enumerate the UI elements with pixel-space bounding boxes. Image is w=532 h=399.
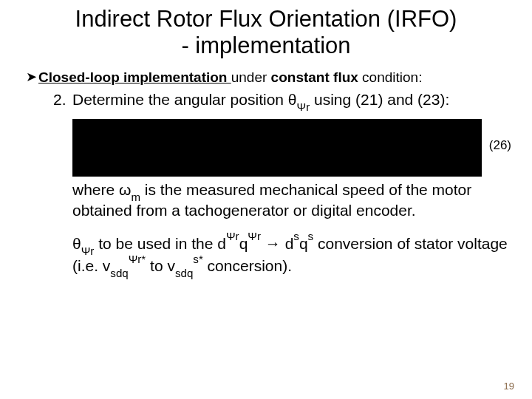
equation-label: (26) [489,138,511,153]
psi-r-sub-2: Ψr [81,245,95,257]
bullet-part3: constant flux [271,69,358,85]
s-sup-2: s [308,230,314,242]
usage-paragraph: θΨr to be used in the dΨrqΨr → dsqs conv… [72,233,511,278]
slide-title: Indirect Rotor Flux Orientation (IRFO) -… [21,6,511,58]
omega-symbol: ω [119,181,131,198]
title-line-1: Indirect Rotor Flux Orientation (IRFO) [75,6,457,32]
q-letter-2: q [299,235,308,252]
where-text1: where [72,181,119,198]
theta-symbol: θ [288,91,297,108]
bullet-icon: ➤ [24,69,38,86]
bullet-part4: condition: [358,69,423,85]
arrow-symbol: → [261,235,285,252]
bullet-part2: under [231,69,271,85]
v1-sup: Ψr* [129,253,146,265]
title-line-2: - implementation [181,33,350,58]
usage-text1: to be used in the d [94,235,226,252]
equation-row: (26) [21,115,511,177]
bullet-text: Closed-loop implementation under constan… [38,69,511,86]
where-paragraph: where ωm is the measured mechanical spee… [72,181,511,219]
psi-r-subscript: Ψr [297,100,310,113]
step-text2: using (21) and (23): [310,91,449,108]
frame1-sup: Ψr [226,230,239,242]
omega-m-sub: m [131,191,140,203]
step-number: 2. [53,91,72,109]
bullet-line: ➤ Closed-loop implementation under const… [21,69,511,86]
d-letter: d [285,235,294,252]
formula-block [72,119,482,177]
numbered-step: 2. Determine the angular position θΨr us… [53,91,511,112]
q-letter: q [239,235,248,252]
v1-sub: sdq [110,267,128,279]
bullet-part1: Closed-loop implementation [38,69,231,85]
frame2-sup: Ψr [248,230,261,242]
page-number: 19 [504,381,514,392]
theta-symbol-2: θ [72,235,81,252]
s-sup-1: s [293,230,299,242]
step-text1: Determine the angular position [72,91,288,108]
usage-text3: to v [146,257,175,274]
step-body: Determine the angular position θΨr using… [72,91,511,112]
v2-sup: s* [193,253,202,265]
v2-sub: sdq [175,267,193,279]
usage-text4: concersion). [203,257,292,274]
